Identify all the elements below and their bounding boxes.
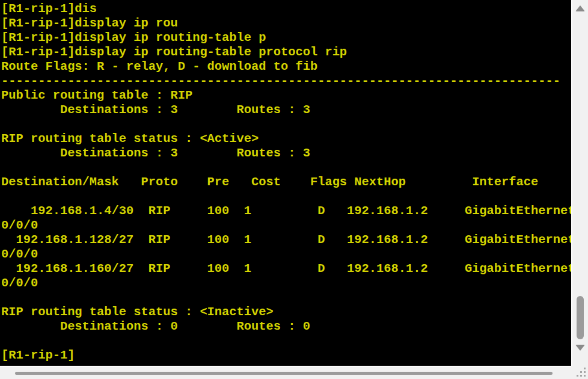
horizontal-scrollbar-thumb[interactable] (15, 372, 553, 375)
cli-output: [R1-rip-1]dis [R1-rip-1]display ip rou [… (0, 0, 571, 363)
cli-terminal[interactable]: [R1-rip-1]dis [R1-rip-1]display ip rou [… (0, 0, 571, 366)
resize-grip-icon (584, 375, 586, 377)
scroll-down-button[interactable] (572, 342, 588, 354)
up-arrow-icon (575, 5, 585, 11)
window-resize-corner[interactable] (571, 366, 588, 379)
vertical-scrollbar-thumb[interactable] (577, 296, 584, 339)
down-arrow-icon (575, 345, 585, 351)
scroll-up-button[interactable] (572, 2, 588, 14)
horizontal-scrollbar[interactable] (0, 366, 571, 379)
vertical-scrollbar[interactable] (571, 0, 588, 366)
terminal-window: [R1-rip-1]dis [R1-rip-1]display ip rou [… (0, 0, 588, 379)
